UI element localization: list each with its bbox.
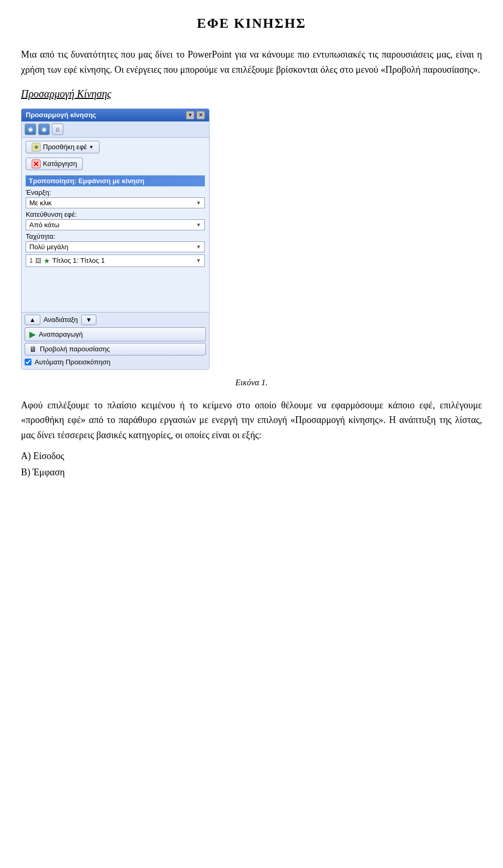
cancel-label: Κατάργηση [43,160,77,168]
start-dropdown[interactable]: Με κλικ ▼ [26,197,205,208]
play-label: Αναπαραγωγή [39,330,83,338]
body-text: Αφού επιλέξουμε το πλαίσιο κειμένου ή το… [21,398,482,443]
autopreview-checkbox[interactable] [25,359,31,365]
slideshow-icon: 🖥 [29,345,37,353]
slideshow-label: Προβολή παρουσίασης [40,345,110,353]
play-icon: ▶ [29,329,36,339]
dialog-body: ★ Προσθήκη εφέ ▼ Κατάργηση [21,138,209,312]
add-effect-icon: ★ [31,142,41,152]
dialog-titlebar: Προσαρμογή κίνησης ▼ ✕ [21,109,209,121]
intro-text: Μια από τις δυνατότητες που μας δίνει το… [21,47,482,77]
add-effect-button[interactable]: ★ Προσθήκη εφέ ▼ [26,141,100,153]
start-label: Έναρξη: [26,188,205,196]
figure-caption: Εικόνα 1. [21,378,482,387]
toolbar-home-btn[interactable]: ⌂ [52,124,63,135]
direction-dropdown-arrow: ▼ [196,222,201,228]
toolbar-back-btn[interactable]: ◉ [25,124,36,135]
reorder-label: Αναδιάταξη [43,316,78,324]
play-button[interactable]: ▶ Αναπαραγωγή [25,327,206,341]
slideshow-button[interactable]: 🖥 Προβολή παρουσίασης [25,343,206,355]
start-dropdown-arrow: ▼ [196,200,201,206]
animation-list-item[interactable]: 1 🖼 ★ Τίτλος 1: Τίτλος 1 ▼ [26,254,205,267]
direction-dropdown[interactable]: Από κάτω ▼ [26,219,205,230]
anim-item-number: 1 [29,257,33,264]
direction-value: Από κάτω [29,221,59,229]
reorder-up-button[interactable]: ▲ [25,315,40,325]
dialog-title-controls: ▼ ✕ [186,111,205,119]
list-item-b: Β) Έμφαση [21,464,482,481]
reorder-up-icon: ▲ [29,316,36,324]
close-icon[interactable]: ✕ [196,111,205,119]
minimize-icon[interactable]: ▼ [186,111,194,119]
svg-text:★: ★ [34,143,39,151]
autopreview-label: Αυτόματη Προεισκόπηση [35,358,111,366]
cancel-icon [31,159,41,169]
cancel-button[interactable]: Κατάργηση [26,158,83,170]
anim-item-icon1: 🖼 [35,257,41,264]
direction-label: Κατεύθυνση εφέ: [26,210,205,218]
speed-dropdown[interactable]: Πολύ μεγάλη ▼ [26,241,205,252]
list-item-a: Α) Είσοδος [21,448,482,464]
reorder-down-icon: ▼ [86,316,92,324]
dialog-panel: Προσαρμογή κίνησης ▼ ✕ ◉ ◉ ⌂ ★ Προσθήκη … [21,108,210,370]
page-title: ΕΦΕ ΚΙΝΗΣΗΣ [21,16,482,31]
add-effect-label: Προσθήκη εφέ [43,143,87,151]
anim-item-arrow: ▼ [196,258,201,263]
start-value: Με κλικ [29,199,52,207]
dialog-title-label: Προσαρμογή κίνησης [26,111,96,119]
bottom-controls: ▲ Αναδιάταξη ▼ ▶ Αναπαραγωγή 🖥 Προβολή π… [21,312,209,369]
autopreview-row[interactable]: Αυτόματη Προεισκόπηση [25,357,206,367]
dialog-toolbar: ◉ ◉ ⌂ [21,121,209,138]
speed-dropdown-arrow: ▼ [196,244,201,250]
modification-header: Τροποποίηση: Εμφάνιση με κίνηση [26,175,205,186]
spacer-area [26,267,205,309]
speed-value: Πολύ μεγάλη [29,243,68,251]
reorder-controls: ▲ Αναδιάταξη ▼ [25,315,206,325]
add-effect-dropdown-icon: ▼ [89,144,94,150]
reorder-down-button[interactable]: ▼ [81,315,97,325]
section-title: Προσαρμογή Κίνησης [21,88,482,100]
anim-item-star: ★ [43,257,50,265]
toolbar-back2-btn[interactable]: ◉ [38,124,50,135]
anim-item-text: Τίτλος 1: Τίτλος 1 [52,257,194,264]
speed-label: Ταχύτητα: [26,232,205,240]
